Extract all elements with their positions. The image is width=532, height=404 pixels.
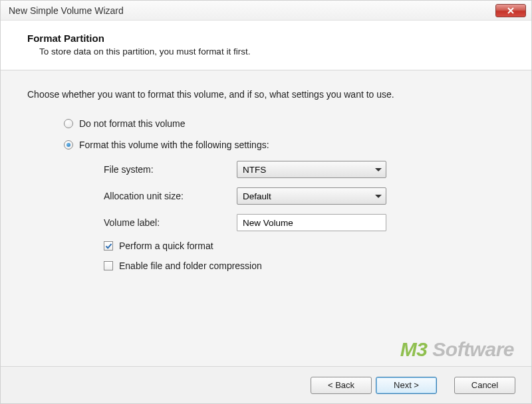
volume-label-input[interactable] [237, 214, 386, 231]
radio-no-format-label: Do not format this volume [79, 118, 186, 129]
format-settings: File system: NTFS Allocation unit size: … [104, 161, 505, 271]
checkbox-icon [104, 241, 113, 251]
chevron-down-icon [375, 168, 382, 171]
cancel-button[interactable]: Cancel [454, 377, 515, 394]
page-title: Format Partition [21, 33, 511, 44]
compression-checkbox[interactable]: Enable file and folder compression [104, 260, 505, 271]
close-button[interactable] [495, 4, 526, 17]
allocation-label: Allocation unit size: [104, 191, 237, 201]
radio-format-label: Format this volume with the following se… [79, 140, 269, 150]
wizard-footer: < Back Next > Cancel [1, 366, 531, 403]
allocation-value: Default [243, 191, 375, 201]
titlebar: New Simple Volume Wizard [1, 1, 531, 21]
next-button[interactable]: Next > [376, 377, 437, 394]
wizard-header: Format Partition To store data on this p… [1, 21, 531, 70]
checkbox-icon [104, 261, 113, 270]
radio-icon [64, 140, 73, 150]
wizard-body: Choose whether you want to format this v… [1, 70, 531, 366]
back-button[interactable]: < Back [311, 377, 372, 394]
radio-no-format[interactable]: Do not format this volume [64, 118, 505, 129]
close-icon [507, 7, 515, 14]
allocation-combo[interactable]: Default [237, 187, 386, 205]
quick-format-label: Perform a quick format [119, 241, 213, 251]
allocation-row: Allocation unit size: Default [104, 187, 505, 205]
volume-label-label: Volume label: [104, 217, 237, 228]
file-system-label: File system: [104, 164, 237, 175]
watermark: M3 Software [400, 338, 514, 361]
file-system-value: NTFS [243, 165, 375, 175]
chevron-down-icon [375, 195, 382, 198]
compression-label: Enable file and folder compression [119, 260, 262, 271]
wizard-window: New Simple Volume Wizard Format Partitio… [0, 0, 532, 404]
instruction-text: Choose whether you want to format this v… [27, 89, 505, 100]
file-system-combo[interactable]: NTFS [237, 161, 386, 178]
radio-icon [64, 119, 73, 128]
file-system-row: File system: NTFS [104, 161, 505, 178]
radio-format[interactable]: Format this volume with the following se… [64, 140, 505, 150]
quick-format-checkbox[interactable]: Perform a quick format [104, 241, 505, 251]
volume-label-row: Volume label: [104, 214, 505, 231]
window-title: New Simple Volume Wizard [9, 5, 495, 16]
page-subtitle: To store data on this partition, you mus… [21, 47, 511, 56]
